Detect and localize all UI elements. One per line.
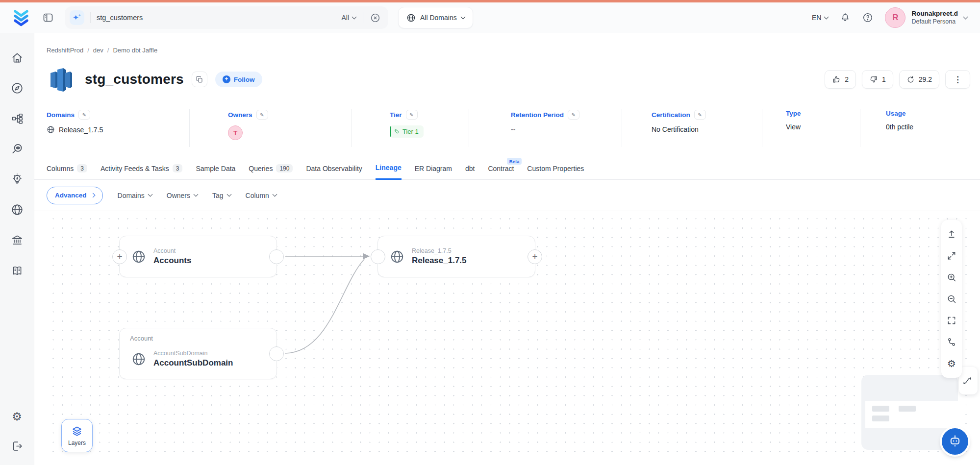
tab-dbt[interactable]: dbt xyxy=(465,165,475,179)
node-subtitle: Account xyxy=(153,247,191,254)
advanced-filters-button[interactable]: Advanced xyxy=(47,187,103,204)
fullscreen-icon[interactable] xyxy=(941,310,962,331)
globe-icon xyxy=(47,125,55,134)
chevron-down-icon xyxy=(824,14,829,19)
output-port[interactable] xyxy=(269,249,284,264)
meta-type: Type View xyxy=(762,109,860,147)
export-icon[interactable] xyxy=(941,223,962,245)
tab-custom-properties[interactable]: Custom Properties xyxy=(527,165,584,179)
tab-queries[interactable]: Queries190 xyxy=(249,164,293,179)
search-bar[interactable]: ✦✦ All xyxy=(65,6,388,29)
lineage-node-accounts[interactable]: + Account Accounts xyxy=(119,236,277,277)
language-dropdown[interactable]: EN xyxy=(812,14,828,22)
robot-icon xyxy=(948,434,962,449)
breadcrumb: RedshiftProd / dev / Demo dbt Jaffle xyxy=(47,47,980,54)
filter-domains-dropdown[interactable]: Domains xyxy=(118,192,152,199)
edit-icon[interactable]: ✎ xyxy=(568,110,579,120)
layers-icon xyxy=(71,425,83,437)
domains-filter-dropdown[interactable]: All Domains xyxy=(398,7,473,28)
ai-sparkle-icon: ✦✦ xyxy=(70,10,84,25)
output-port[interactable] xyxy=(269,346,284,361)
popularity-button[interactable]: 29.2 xyxy=(899,70,939,89)
beta-badge: Beta xyxy=(507,158,522,165)
tab-sample-data[interactable]: Sample Data xyxy=(196,165,235,179)
edit-icon[interactable]: ✎ xyxy=(694,110,706,120)
tab-data-observability[interactable]: Data Observability xyxy=(306,165,362,179)
zoom-in-icon[interactable] xyxy=(941,267,962,288)
tab-contract[interactable]: Contract Beta xyxy=(488,165,514,179)
breadcrumb-database[interactable]: Demo dbt Jaffle xyxy=(113,47,157,54)
meta-owners: Owners ✎ T xyxy=(190,109,352,147)
node-subtitle: Release_1.7.5 xyxy=(412,247,467,254)
help-icon[interactable] xyxy=(862,12,873,23)
expand-downstream-button[interactable]: + xyxy=(528,249,542,264)
lineage-node-release[interactable]: Release_1.7.5 Release_1.7.5 + xyxy=(377,236,535,277)
route-style-icon[interactable] xyxy=(941,331,962,353)
domain-globe-icon xyxy=(131,249,146,264)
dislikes-button[interactable]: 1 xyxy=(862,70,893,89)
node-title: Accounts xyxy=(153,256,191,266)
home-icon[interactable] xyxy=(11,51,24,64)
chevron-down-icon xyxy=(226,192,231,197)
user-name: Rounakpreet.d xyxy=(911,10,958,18)
notifications-bell-icon[interactable] xyxy=(840,12,851,23)
user-avatar[interactable]: R xyxy=(885,7,905,28)
input-port[interactable] xyxy=(371,249,385,264)
tab-er-diagram[interactable]: ER Diagram xyxy=(415,165,452,179)
tab-lineage[interactable]: Lineage xyxy=(376,164,402,180)
filter-tag-dropdown[interactable]: Tag xyxy=(212,192,231,199)
globe-domains-icon[interactable] xyxy=(11,203,24,216)
minimap-viewport xyxy=(865,401,958,428)
lineage-node-accountsubdomain[interactable]: Account AccountSubDomain AccountSubDomai… xyxy=(119,328,277,379)
owner-avatar[interactable]: T xyxy=(228,125,243,140)
layers-button[interactable]: Layers xyxy=(61,419,93,452)
chevron-down-icon xyxy=(963,14,968,19)
tab-activity-feeds[interactable]: Activity Feeds & Tasks3 xyxy=(101,164,182,179)
compass-discover-icon[interactable] xyxy=(11,82,24,95)
filter-owners-dropdown[interactable]: Owners xyxy=(167,192,198,199)
layers-label: Layers xyxy=(68,440,86,446)
meta-usage: Usage 0th pctile xyxy=(860,109,968,147)
settings-gear-icon[interactable]: ⚙ xyxy=(12,411,22,422)
lineage-sitemap-icon[interactable] xyxy=(11,112,24,125)
lineage-canvas[interactable]: + Account Accounts Release_1.7.5 Rel xyxy=(47,211,973,460)
expand-upstream-button[interactable]: + xyxy=(112,249,127,264)
clear-search-icon[interactable] xyxy=(370,13,380,23)
breadcrumb-connection[interactable]: RedshiftProd xyxy=(47,47,83,54)
canvas-settings-gear-icon[interactable]: ⚙ xyxy=(941,353,962,374)
domain-value[interactable]: Release_1.7.5 xyxy=(59,126,103,134)
search-scope-dropdown[interactable]: All xyxy=(341,14,356,22)
observability-search-icon[interactable] xyxy=(11,143,24,155)
breadcrumb-schema[interactable]: dev xyxy=(93,47,103,54)
meta-certification: Certification ✎ No Certification xyxy=(622,109,762,147)
app-logo-icon[interactable] xyxy=(11,7,31,28)
ai-chat-button[interactable] xyxy=(942,428,968,455)
insights-bulb-icon[interactable] xyxy=(11,173,24,186)
thumbs-up-icon xyxy=(832,75,841,84)
filter-column-dropdown[interactable]: Column xyxy=(246,192,276,199)
chevron-down-icon xyxy=(352,14,357,19)
tag-icon xyxy=(394,129,400,134)
more-actions-button[interactable]: ⋮ xyxy=(945,70,970,89)
edit-icon[interactable]: ✎ xyxy=(406,110,418,120)
domain-globe-icon xyxy=(131,352,146,367)
user-menu[interactable]: R Rounakpreet.d Default Persona xyxy=(885,7,967,28)
logout-icon[interactable] xyxy=(11,440,23,452)
glossary-book-icon[interactable] xyxy=(11,264,24,277)
copy-name-button[interactable] xyxy=(192,72,207,87)
expand-all-icon[interactable] xyxy=(941,245,962,267)
domain-globe-icon xyxy=(390,249,404,264)
tab-columns[interactable]: Columns3 xyxy=(47,164,87,179)
edit-icon[interactable]: ✎ xyxy=(78,110,90,120)
chevron-right-icon xyxy=(90,193,95,198)
likes-button[interactable]: 2 xyxy=(825,70,856,89)
sidebar-toggle-icon[interactable] xyxy=(42,12,54,24)
tier-badge[interactable]: Tier 1 xyxy=(390,125,424,138)
divider xyxy=(90,12,91,23)
search-input[interactable] xyxy=(97,14,341,22)
meta-retention: Retention Period ✎ -- xyxy=(469,109,622,147)
follow-button[interactable]: + Follow xyxy=(215,72,262,87)
edit-icon[interactable]: ✎ xyxy=(256,110,268,120)
governance-bank-icon[interactable] xyxy=(11,234,24,246)
zoom-out-icon[interactable] xyxy=(941,288,962,310)
